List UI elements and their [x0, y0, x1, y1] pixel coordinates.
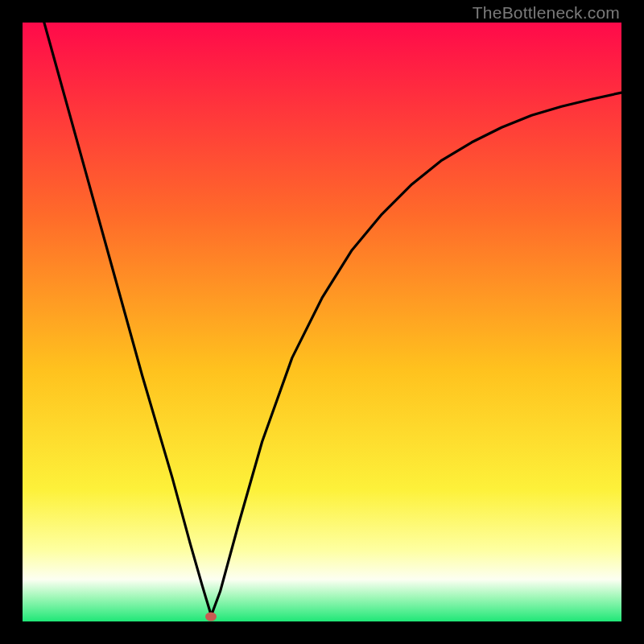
optimal-point-marker: [205, 613, 217, 621]
watermark-text: TheBottleneck.com: [473, 3, 620, 23]
chart-frame: TheBottleneck.com: [0, 0, 644, 644]
plot-area: [23, 23, 621, 621]
bottleneck-curve: [23, 23, 621, 621]
